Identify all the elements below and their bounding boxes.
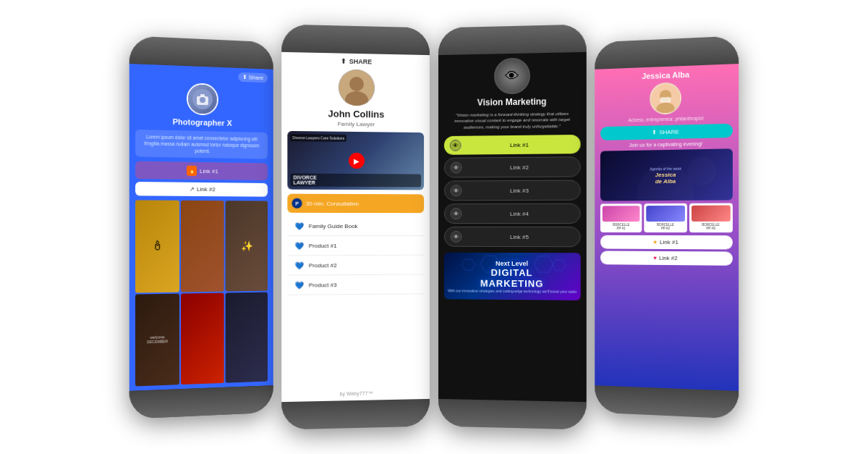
product-label-2: BORCELLE PP #2 (657, 222, 674, 230)
link4-eye-icon: 👁 (451, 208, 462, 219)
phone-1-screen: ⬆ Share Photographer X (129, 64, 273, 391)
product1-label: Product #1 (309, 243, 337, 249)
phone-3-avatar: 👁 (494, 57, 530, 94)
link1-eye-icon: 👁 (450, 140, 461, 151)
video-label: Divorce Lawyers Care Solutions (290, 134, 346, 142)
phone-1-share-bar: ⬆ Share (135, 68, 268, 83)
phone-2: ⬆ SHARE John Collins Family Lawyer Divor… (281, 24, 430, 429)
agenda-label: Agenda of the week (650, 166, 681, 171)
phone-4-event-banner: Agenda of the week Jessica de Alba (600, 148, 733, 201)
product3-label: Product #3 (309, 282, 337, 288)
gallery-cell-6 (226, 292, 268, 383)
share-icon-4: ⬆ (652, 129, 657, 135)
product-img-3 (692, 205, 731, 221)
heart-icon-2: 💙 (293, 240, 305, 251)
phone-3-quote: "Vision marketing is a forward-thinking … (444, 111, 581, 131)
phone-2-item-guide[interactable]: 💙 Family Guide Book (287, 217, 424, 236)
phone-4-link1-button[interactable]: ★ Link #1 (600, 235, 733, 249)
product2-label: Product #2 (309, 262, 337, 269)
link5-eye-icon: 👁 (451, 231, 462, 243)
svg-point-17 (687, 156, 716, 185)
phone-1-link1-button[interactable]: 🔥 Link #1 (135, 161, 268, 180)
phone-3-link3[interactable]: 👁 Link #3 (444, 180, 581, 201)
phone-2-item-product3[interactable]: 💙 Product #3 (287, 274, 424, 295)
phone-4-link2-button[interactable]: ♥ Link #2 (600, 251, 733, 265)
video-overlay: DIVORCELAWYER (290, 173, 421, 187)
phone-1-name: Photographer X (173, 117, 232, 127)
phone-1-gallery: 🕯 ✨ welcome DECEMBER (135, 200, 268, 386)
phone-1: ⬆ Share Photographer X (129, 35, 273, 419)
play-button[interactable]: ▶ (349, 153, 365, 169)
phone-3-link4[interactable]: 👁 Link #4 (444, 203, 581, 224)
camera-icon (192, 88, 213, 110)
consult-label: 30 min. Consultation (306, 200, 359, 206)
gallery-cell-1: 🕯 (135, 200, 179, 292)
phone-2-item-product2[interactable]: 💙 Product #2 (287, 256, 424, 276)
phone-1-bio-box: Lorem ipsum dolor sit amet consectetur a… (135, 129, 268, 159)
share-icon: ⬆ (242, 74, 247, 80)
phone-1-bio-text: Lorem ipsum dolor sit amet consectetur a… (139, 133, 264, 156)
phone-1-link2-button[interactable]: ↗ Link #2 (135, 182, 268, 197)
phone-2-video[interactable]: Divorce Lawyers Care Solutions ▶ DIVORCE… (287, 131, 424, 190)
phone-2-name: John Collins (328, 108, 384, 119)
p4-share-label: SHARE (659, 128, 678, 135)
phone-2-share-bar: ⬆ SHARE (287, 56, 424, 67)
gallery-cell-4: welcome DECEMBER (135, 293, 179, 386)
product-box-3[interactable]: BORCELLE PP #3 (689, 203, 733, 232)
p3-link2-label: Link #2 (465, 164, 574, 171)
phone-4-role: Actress, entrepreneur, philanthropist (629, 115, 704, 122)
svg-rect-15 (660, 96, 671, 102)
phone-1-content: ⬆ Share Photographer X (129, 64, 273, 391)
phone-4-products-row: BORCELLE PP #1 BORCELLE PP #2 BORCELLE P… (600, 203, 733, 232)
phone-2-item-product1[interactable]: 💙 Product #1 (287, 236, 424, 256)
phone-3-content: 👁 Vision Marketing "Vision marketing is … (438, 52, 587, 402)
phone-2-share-label: SHARE (349, 58, 372, 66)
link2-label: Link #2 (197, 186, 216, 193)
heart-icon-1: 💙 (293, 220, 305, 232)
gallery-cell-3: ✨ (226, 201, 268, 291)
link3-eye-icon: 👁 (451, 185, 462, 197)
phone-3-link5[interactable]: 👁 Link #5 (444, 227, 581, 247)
december-text: welcome DECEMBER (147, 335, 168, 344)
p3-link1-label: Link #1 (464, 141, 574, 149)
jessica-alba-avatar (651, 82, 680, 114)
link2-eye-icon: 👁 (451, 162, 462, 174)
phone-4-name: Jessica Alba (642, 70, 689, 80)
phones-container: ⬆ Share Photographer X (0, 0, 868, 454)
product-label-3: BORCELLE PP #3 (702, 222, 719, 230)
phone-2-role: Family Lawyer (338, 121, 375, 128)
phone-4-share-button[interactable]: ⬆ SHARE (600, 123, 733, 140)
gallery-cell-2 (181, 201, 224, 292)
external-link-icon: ↗ (190, 186, 195, 193)
phone-2-avatar (338, 70, 374, 106)
phone-4-avatar (650, 82, 681, 114)
p3-link3-label: Link #3 (465, 187, 574, 194)
share-icon-2: ⬆ (341, 58, 346, 65)
phone-3-screen: 👁 Vision Marketing "Vision marketing is … (438, 52, 587, 402)
banner-title: Next LevelDIGITALMARKETING (448, 259, 576, 289)
p3-link5-label: Link #5 (465, 234, 574, 240)
star-icon: ★ (652, 238, 658, 245)
link1-label: Link #1 (200, 167, 218, 174)
phone-3-link2[interactable]: 👁 Link #2 (444, 156, 581, 177)
heart-icon-3: 💙 (293, 259, 305, 271)
product-box-1[interactable]: BORCELLE PP #1 (600, 203, 642, 232)
p4-link1-label: Link #1 (660, 238, 678, 245)
phone-1-share-button[interactable]: ⬆ Share (238, 72, 268, 82)
phone-4: Jessica Alba Actress, entrepreneur, phil… (595, 35, 739, 419)
product-box-2[interactable]: BORCELLE PP #2 (644, 203, 687, 232)
phone-3: 👁 Vision Marketing "Vision marketing is … (438, 24, 587, 429)
eye-icon: 👁 (505, 67, 519, 84)
phone-3-name: Vision Marketing (477, 96, 547, 107)
p4-link2-label: Link #2 (659, 254, 678, 261)
product-img-2 (647, 205, 685, 221)
p3-link4-label: Link #4 (465, 211, 574, 217)
phone-3-banner: Next LevelDIGITALMARKETING With our inno… (444, 253, 581, 300)
phone-1-avatar (187, 83, 218, 115)
phone-3-link1[interactable]: 👁 Link #1 (444, 135, 581, 155)
gallery-cell-5 (181, 293, 224, 384)
phone-2-content: ⬆ SHARE John Collins Family Lawyer Divor… (281, 52, 430, 402)
product-label-1: BORCELLE PP #1 (613, 223, 629, 230)
phone-2-screen: ⬆ SHARE John Collins Family Lawyer Divor… (281, 52, 430, 402)
phone-2-consult-button[interactable]: P 30 min. Consultation (287, 194, 424, 214)
